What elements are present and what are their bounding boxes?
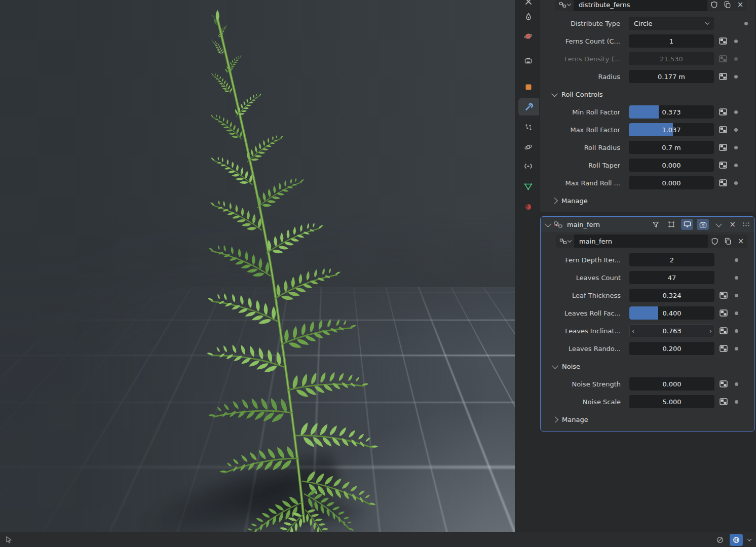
field-label: Radius bbox=[544, 73, 620, 81]
decorator-dot[interactable] bbox=[735, 294, 738, 297]
unlink-button[interactable]: × bbox=[734, 0, 747, 11]
attribute-toggle-button[interactable] bbox=[717, 70, 729, 83]
leaves-roll-slider[interactable]: 0.400 bbox=[629, 306, 714, 320]
attribute-toggle-button[interactable] bbox=[717, 378, 730, 390]
tab-constraints[interactable] bbox=[517, 158, 539, 175]
leaves-count-field[interactable]: 47 bbox=[629, 271, 714, 284]
row-max-rand-roll: Max Rand Roll ... 0.000 bbox=[540, 176, 755, 189]
attribute-toggle-button[interactable] bbox=[717, 289, 730, 301]
field-label: Leaves Inclinat... bbox=[545, 327, 621, 335]
fake-user-button[interactable] bbox=[708, 235, 721, 248]
leaves-inclination-field[interactable]: ‹ 0.763 › bbox=[629, 324, 714, 337]
decorator-dot[interactable] bbox=[734, 110, 738, 114]
max-rand-roll-field[interactable]: 0.000 bbox=[629, 176, 714, 189]
row-leaf-thickness: Leaf Thickness 0.324 bbox=[541, 289, 754, 302]
decorator-dot[interactable] bbox=[734, 40, 738, 43]
noise-scale-field[interactable]: 5.000 bbox=[629, 395, 714, 408]
tab-physics[interactable] bbox=[517, 138, 539, 155]
noise-strength-field[interactable]: 0.000 bbox=[629, 377, 714, 390]
tab-object-data[interactable] bbox=[517, 178, 539, 195]
node-tree-selector-button[interactable] bbox=[556, 235, 574, 248]
tab-render[interactable] bbox=[517, 8, 539, 25]
decorator-dot[interactable] bbox=[735, 276, 738, 280]
chevron-down-icon[interactable] bbox=[545, 220, 551, 227]
duplicate-button[interactable] bbox=[721, 235, 734, 248]
online-status-button[interactable] bbox=[730, 534, 743, 546]
render-display-toggle[interactable] bbox=[697, 219, 709, 230]
filter-button[interactable] bbox=[650, 219, 662, 230]
editmode-display-toggle[interactable] bbox=[665, 219, 677, 230]
attribute-toggle-button[interactable] bbox=[717, 307, 730, 319]
duplicate-button[interactable] bbox=[721, 0, 734, 11]
modifier-name[interactable]: main_fern bbox=[567, 221, 600, 228]
decorator-dot[interactable] bbox=[744, 22, 748, 25]
row-min-roll-factor: Min Roll Factor 0.373 bbox=[540, 105, 755, 119]
radius-field[interactable]: 0.177 m bbox=[629, 70, 714, 83]
min-roll-factor-slider[interactable]: 0.373 bbox=[629, 105, 714, 119]
roll-radius-field[interactable]: 0.7 m bbox=[629, 141, 714, 154]
realtime-display-toggle[interactable] bbox=[681, 219, 693, 230]
ferns-count-field[interactable]: 1 bbox=[629, 34, 714, 48]
section-manage-distribute[interactable]: Manage bbox=[540, 194, 755, 207]
section-manage-main[interactable]: Manage bbox=[541, 413, 754, 426]
tab-object[interactable] bbox=[517, 79, 539, 96]
node-group-name-field[interactable]: distribute_ferns bbox=[574, 0, 707, 11]
extras-dropdown-icon[interactable] bbox=[716, 220, 723, 227]
chevron-down-icon[interactable] bbox=[747, 537, 751, 541]
ferns-density-field: 21.530 bbox=[629, 52, 714, 65]
decorator-dot[interactable] bbox=[735, 258, 738, 262]
decorator-dot[interactable] bbox=[735, 329, 738, 333]
decrement-arrow[interactable]: ‹ bbox=[632, 324, 634, 337]
copy-icon bbox=[724, 238, 732, 245]
attribute-toggle-button[interactable] bbox=[717, 124, 729, 136]
attribute-toggle-button[interactable] bbox=[717, 159, 729, 171]
unlink-button[interactable]: × bbox=[734, 235, 747, 248]
increment-arrow[interactable]: › bbox=[709, 324, 712, 337]
decorator-dot[interactable] bbox=[734, 128, 738, 132]
attribute-toggle-button[interactable] bbox=[717, 177, 729, 189]
section-roll-controls[interactable]: Roll Controls bbox=[540, 88, 755, 101]
attribute-toggle-button[interactable] bbox=[717, 396, 730, 408]
object-icon bbox=[524, 83, 533, 91]
attribute-toggle-button[interactable] bbox=[717, 141, 729, 153]
node-tree-selector-button[interactable] bbox=[555, 0, 574, 11]
decorator-dot[interactable] bbox=[734, 164, 738, 167]
modifier-header[interactable]: main_fern × bbox=[541, 217, 754, 232]
row-roll-radius: Roll Radius 0.7 m bbox=[540, 141, 755, 154]
tab-modifiers[interactable] bbox=[518, 98, 539, 115]
decorator-dot[interactable] bbox=[735, 311, 738, 315]
chevron-down-icon bbox=[705, 20, 709, 24]
shield-icon bbox=[711, 238, 719, 245]
decorator-dot[interactable] bbox=[734, 181, 738, 185]
attribute-toggle-button[interactable] bbox=[717, 342, 730, 355]
decorator-dot[interactable] bbox=[734, 75, 738, 79]
tab-output[interactable] bbox=[517, 52, 539, 69]
material-icon bbox=[524, 203, 533, 211]
node-group-name-field[interactable]: main_fern bbox=[574, 235, 708, 248]
delete-modifier-button[interactable]: × bbox=[729, 221, 736, 228]
leaves-randomness-field[interactable]: 0.200 bbox=[629, 342, 714, 355]
decorator-dot[interactable] bbox=[735, 347, 738, 350]
section-noise[interactable]: Noise bbox=[541, 360, 754, 373]
roll-taper-field[interactable]: 0.000 bbox=[629, 159, 714, 172]
max-roll-factor-slider[interactable]: 1.037 bbox=[629, 123, 714, 136]
tab-material[interactable] bbox=[517, 198, 539, 215]
3d-viewport[interactable] bbox=[0, 0, 515, 532]
attribute-toggle-button[interactable] bbox=[717, 106, 729, 118]
fake-user-button[interactable] bbox=[707, 0, 721, 11]
attribute-toggle-button[interactable] bbox=[717, 325, 730, 337]
distribute-type-dropdown[interactable]: Circle bbox=[629, 17, 714, 30]
decorator-dot[interactable] bbox=[735, 400, 738, 404]
leaf-thickness-field[interactable]: 0.324 bbox=[629, 289, 714, 302]
decorator-dot[interactable] bbox=[734, 146, 738, 149]
status-rings-button[interactable] bbox=[713, 534, 727, 546]
decorator-dot[interactable] bbox=[735, 382, 738, 386]
attribute-toggle-button[interactable] bbox=[717, 35, 729, 47]
fern-depth-field[interactable]: 2 bbox=[629, 253, 714, 266]
field-label: Ferns Density (... bbox=[544, 55, 620, 63]
fern-object[interactable] bbox=[0, 0, 515, 532]
tab-particles[interactable] bbox=[517, 119, 539, 136]
tab-world[interactable] bbox=[517, 27, 539, 45]
attribute-toggle-button bbox=[717, 53, 729, 65]
drag-handle-icon[interactable] bbox=[742, 222, 750, 227]
